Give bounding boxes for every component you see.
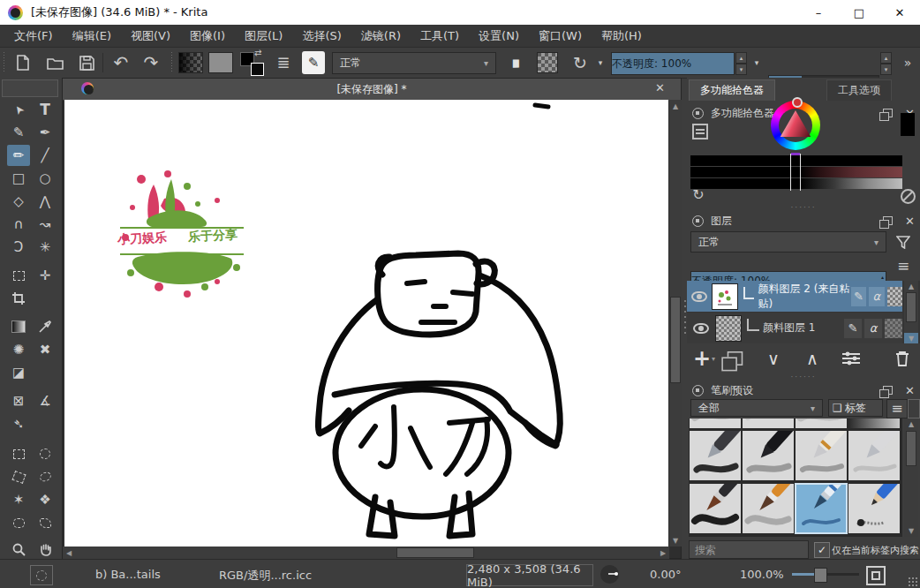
canvas-vscrollbar[interactable]: ▲ ▼	[669, 100, 682, 547]
gradient-chooser[interactable]	[178, 52, 203, 73]
layer-row[interactable]: 颜料图层 1 ✎ α	[687, 313, 902, 343]
layer-alpha-lock-icon[interactable]	[887, 287, 902, 306]
brush-preset-eraser[interactable]	[795, 418, 848, 429]
reload-dropdown-arrow[interactable]: ▾	[595, 57, 606, 69]
toolbox-tab[interactable]	[2, 79, 58, 97]
blending-mode-dropdown[interactable]: 正常 ▾	[332, 52, 496, 74]
layer-thumbnail[interactable]	[715, 315, 742, 342]
delete-layer-button[interactable]	[885, 351, 920, 366]
duplicate-layer-button[interactable]	[715, 354, 754, 363]
docker-lock-icon[interactable]	[692, 108, 704, 119]
zoom-percentage[interactable]: 100.0%	[740, 568, 784, 581]
layer-name[interactable]: 颜料图层 2 (来自粘贴)	[758, 282, 850, 312]
tool-crop[interactable]	[7, 288, 30, 309]
menu-settings[interactable]: 设置(N)	[470, 25, 528, 48]
tool-ellipse-select[interactable]	[34, 443, 57, 464]
tool-reference-images[interactable]: ➴	[7, 413, 30, 434]
canvas-angle-value[interactable]: 0.00°	[650, 568, 681, 581]
rotation-dial[interactable]	[600, 565, 619, 584]
menu-layer[interactable]: 图层(L)	[236, 25, 291, 48]
tool-bezier-curve[interactable]: ∩	[7, 214, 30, 235]
color-history-icon[interactable]: ↻	[690, 187, 706, 203]
brush-option-slider-button[interactable]: ≣	[272, 51, 295, 74]
current-brush-name[interactable]: b) Ba...tails	[95, 568, 161, 581]
menu-tools[interactable]: 工具(T)	[411, 25, 468, 48]
tab-advanced-color-selector[interactable]: 多功能拾色器	[689, 79, 775, 101]
preset-scroll-thumb[interactable]	[906, 431, 916, 466]
docker-resize-dots[interactable]: ······	[687, 203, 920, 212]
layer-visibility-toggle[interactable]	[687, 323, 715, 334]
layer-alpha-lock-icon[interactable]	[885, 319, 902, 338]
layer-alpha-icon[interactable]: α	[864, 319, 882, 338]
tool-freehand-select[interactable]	[34, 466, 57, 487]
docker-close-icon[interactable]: ✕	[905, 384, 915, 397]
brush-preset-silver-pen[interactable]	[848, 430, 901, 481]
tag-button[interactable]: ❑ 标签	[828, 399, 883, 417]
vscroll-thumb[interactable]	[670, 297, 681, 383]
save-button[interactable]	[75, 51, 98, 74]
tool-transform[interactable]	[7, 265, 30, 286]
pattern-chooser[interactable]	[208, 52, 233, 73]
tool-ellipse[interactable]: ○	[34, 168, 57, 189]
tool-polyline[interactable]: ⋀	[34, 191, 57, 212]
brush-preset-paintbrush-orange[interactable]	[742, 483, 795, 534]
selection-display-button[interactable]	[30, 565, 53, 585]
tool-freehand-path[interactable]: ↝	[34, 214, 57, 235]
preserve-alpha-button[interactable]	[537, 52, 558, 73]
scroll-down-arrow[interactable]: ▼	[904, 525, 918, 537]
search-scope-checkbox[interactable]: ✓	[814, 542, 830, 558]
brush-preset-eraser[interactable]	[742, 418, 795, 429]
eraser-mode-button[interactable]: ◆	[505, 51, 528, 74]
layer-blending-dropdown[interactable]: 正常 ▾	[690, 231, 886, 253]
tool-multibrush[interactable]: ✳	[34, 237, 57, 258]
opacity-dropdown-arrow[interactable]: ▾	[750, 57, 763, 69]
layer-row-selected[interactable]: 颜料图层 2 (来自粘贴) ✎ α	[687, 281, 902, 312]
layer-alpha-icon[interactable]: α	[869, 287, 884, 306]
layer-edit-icon[interactable]: ✎	[844, 319, 862, 338]
menu-edit[interactable]: 编辑(E)	[64, 25, 120, 48]
tool-edit-shapes[interactable]: ✎	[7, 122, 30, 143]
docker-lock-icon[interactable]	[692, 215, 704, 227]
canvas-area[interactable]: 小刀娱乐 乐于分享	[64, 100, 668, 547]
preset-menu-button[interactable]: ≡	[886, 399, 908, 418]
scroll-left-arrow[interactable]: ◀	[63, 547, 75, 559]
tool-freehand-brush[interactable]: ✏	[7, 145, 30, 166]
tool-zoom[interactable]	[7, 539, 30, 560]
swap-colors-icon[interactable]: ⇄	[254, 49, 261, 57]
redo-button[interactable]: ↷	[140, 51, 162, 74]
layer-properties-button[interactable]	[832, 351, 871, 366]
docker-lock-icon[interactable]	[692, 385, 704, 396]
tool-contiguous-select[interactable]: ❖	[34, 489, 57, 510]
background-color-swatch[interactable]	[251, 63, 264, 76]
tool-dynamic-brush[interactable]: Ͻ	[7, 237, 30, 258]
menu-window[interactable]: 窗口(W)	[530, 25, 591, 48]
tool-pattern-edit[interactable]: ✺	[7, 339, 30, 360]
shade-bar-1[interactable]	[690, 155, 902, 166]
layer-visibility-toggle[interactable]	[687, 291, 712, 302]
menu-view[interactable]: 视图(V)	[122, 25, 179, 48]
shade-bar-3[interactable]	[690, 178, 902, 189]
move-layer-up-button[interactable]: ∧	[793, 349, 832, 368]
tool-polygon[interactable]: ◇	[7, 191, 30, 212]
scroll-up-arrow[interactable]: ▲	[669, 100, 682, 112]
brush-preset-gradient-eraser[interactable]	[848, 418, 901, 429]
tool-pan[interactable]	[34, 539, 57, 560]
hue-marker[interactable]	[792, 97, 803, 108]
menu-filter[interactable]: 滤镜(R)	[352, 25, 410, 48]
subwindow-titlebar[interactable]: [未保存图像] * ✕	[63, 79, 681, 101]
menu-select[interactable]: 选择(S)	[293, 25, 350, 48]
tool-bezier-select[interactable]	[7, 512, 30, 533]
layer-scrollbar[interactable]: ▲ ▼	[904, 281, 918, 343]
spin-down-icon[interactable]: ▾	[735, 64, 747, 75]
menu-help[interactable]: 帮助(H)	[592, 25, 651, 48]
brush-preset-ink-pen[interactable]	[689, 430, 742, 481]
opacity-spinner[interactable]: ▴ ▾	[735, 52, 747, 75]
color-profile-label[interactable]: RGB/透明...rc.icc	[219, 568, 312, 584]
docker-float-icon[interactable]	[883, 216, 893, 225]
layer-name[interactable]: 颜料图层 1	[763, 320, 815, 335]
tool-color-sampler[interactable]	[34, 316, 57, 337]
brush-preset-paintbrush-dark[interactable]	[689, 483, 742, 534]
preset-scrollbar[interactable]: ▲ ▼	[904, 418, 918, 537]
tool-calligraphy[interactable]: ✒	[34, 122, 57, 143]
color-wheel[interactable]	[771, 101, 820, 150]
